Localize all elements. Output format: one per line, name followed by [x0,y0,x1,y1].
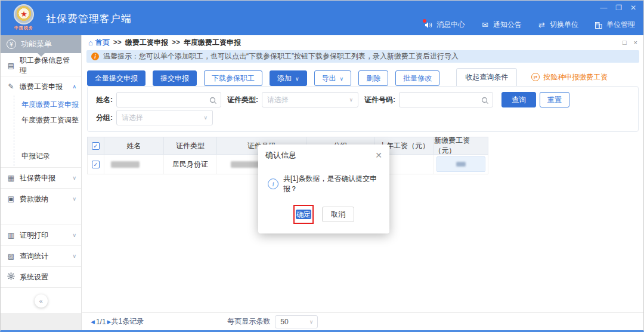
download-insured-button[interactable]: 下载参保职工 [204,70,262,86]
confirm-ok-button[interactable]: 确定 [296,210,311,219]
nav-announcements[interactable]: ✉ 通知公告 [481,20,522,30]
sidebar-item-insured-info[interactable]: ▤ 职工参保信息管理 [1,57,81,75]
select-all-checkbox[interactable]: ✓ [92,142,100,150]
nav-unit-management[interactable]: 单位管理 [594,20,635,30]
national-emblem-icon: ★ [14,4,34,24]
delete-button[interactable]: 删除 [358,70,388,86]
id-card-icon: ▤ [7,62,16,70]
confirm-dialog: 确认信息 ✕ i 共[1]条数据，是否确认提交申报？ 确定 取消 [258,145,389,233]
chevron-up-icon: ∧ [72,84,76,90]
sidebar-subitem-declare-records[interactable]: 申报记录 [14,148,81,164]
titlebar: ★ 中国税务 社保费管理客户端 — ❐ ✕ 消息中心 ✉ 通知公告 ⇄ 切 [1,1,643,35]
breadcrumb-item: 年度缴费工资申报 [184,38,241,48]
home-icon: ⌂ [88,39,93,47]
sidebar-subitem-annual-salary-declare[interactable]: 年度缴费工资申报 [14,97,81,112]
cert-type-select[interactable]: 请选择 ∨ [262,92,358,107]
reset-button[interactable]: 重置 [540,92,569,107]
sidebar-item-query-stats[interactable]: ▨ 查询统计 ∨ [1,247,81,265]
select-placeholder: 请选择 [122,113,143,123]
nav-switch-unit[interactable]: ⇄ 切换单位 [537,20,578,30]
panel-restore-button[interactable]: □ [623,39,627,46]
breadcrumb-item: 缴费工资申报 [125,38,168,48]
export-dropdown-button[interactable]: 导出∨ [314,70,352,86]
tax-emblem-logo: ★ 中国税务 [10,4,38,32]
info-circle-icon: i [268,179,278,189]
sidebar-subitem-label: 申报记录 [21,151,50,161]
minimize-button[interactable]: — [600,4,607,12]
filter-row-2: 分组: 请选择 ∨ [94,109,632,127]
cert-no-input[interactable] [400,93,493,107]
sidebar-item-label: 查询统计 [20,251,48,262]
nav-message-center[interactable]: 消息中心 [424,20,465,30]
redacted-item [1,208,81,223]
sidebar-subitem-annual-salary-adjust[interactable]: 年度缴费工资调整 [14,112,81,128]
dialog-footer: 确定 取消 [258,200,389,233]
sidebar: ¥ 功能菜单 ▤ 职工参保信息管理 ✎ 缴费工资申报 ∧ 年度缴费工资申报 年度… [1,35,82,330]
chevron-down-icon: ∨ [295,76,299,82]
sidebar-header-label: 功能菜单 [21,39,52,50]
gear-icon [7,272,16,282]
sidebar-item-label: 费款缴纳 [20,194,48,204]
per-page-select[interactable]: 50 ∨ [275,315,318,328]
next-page-icon[interactable]: ▶ [107,319,112,325]
sidebar-item-social-fee-declare[interactable]: ▦ 社保费申报 ∨ [1,169,81,187]
dialog-body: i 共[1]条数据，是否确认提交申报？ [258,164,389,200]
group-select[interactable]: 请选择 ∨ [116,110,213,125]
breadcrumb-home[interactable]: ⌂ 首页 [88,38,110,48]
calendar-icon: ▦ [7,174,16,182]
sidebar-item-label: 职工参保信息管理 [20,56,76,76]
divider [1,225,81,225]
divider [1,167,81,168]
name-input[interactable] [117,93,221,107]
batch-edit-button[interactable]: 批量修改 [395,70,439,86]
sidebar-item-cert-print[interactable]: ▥ 证明打印 ∨ [1,226,81,244]
chevron-down-icon: ∨ [340,76,344,82]
collapse-query-tab[interactable]: 收起查询条件 [456,68,517,86]
cert-no-input-wrap [399,92,493,107]
sidebar-item-system-settings[interactable]: 系统设置 [1,268,81,286]
sidebar-item-label: 社保费申报 [20,173,55,183]
new-salary-input[interactable] [436,156,485,172]
sidebar-collapse-row: « [1,289,81,313]
add-dropdown-button[interactable]: 添加∨ [270,70,307,86]
titlebar-nav: 消息中心 ✉ 通知公告 ⇄ 切换单位 单位管理 [424,20,635,30]
group-label: 分组: [96,113,113,123]
sidebar-item-fee-payment[interactable]: ▣ 费款缴纳 ∨ [1,190,81,208]
submit-button[interactable]: 提交申报 [153,70,197,86]
page-indicator: 1/1 [96,318,106,326]
tip-bar: i 温馨提示：您可以单个添加职工，也可以点击“下载参保职工”按钮下载参保职工列表… [86,50,639,63]
dialog-close-icon[interactable]: ✕ [375,151,382,159]
panel-close-button[interactable]: × [634,39,637,46]
search-icon[interactable] [481,96,489,107]
query-button[interactable]: 查询 [501,92,536,107]
sidebar-item-salary-declare[interactable]: ✎ 缴费工资申报 ∧ [1,78,81,96]
bar-chart-icon: ▨ [7,252,16,260]
sidebar-item-label: 证明打印 [20,230,48,241]
per-page-value: 50 [280,318,288,326]
notification-dot [423,19,426,23]
bookmark-icon: ▣ [7,195,16,203]
nav-label: 通知公告 [493,20,522,30]
select-placeholder: 请选择 [267,95,289,105]
nav-label: 切换单位 [550,20,578,30]
row-checkbox[interactable]: ✓ [92,161,100,168]
submit-all-button[interactable]: 全量提交申报 [87,70,145,86]
cancel-button[interactable]: 取消 [322,207,354,222]
declare-by-insurance-link[interactable]: ⇄ 按险种申报缴费工资 [531,68,608,86]
search-icon[interactable] [209,96,217,107]
app-title: 社保费管理客户端 [46,12,132,26]
column-header-name: 姓名 [104,137,164,154]
collapse-sidebar-button[interactable]: « [35,294,48,308]
logo-caption: 中国税务 [10,25,38,31]
sidebar-subitem-label: 年度缴费工资申报 [21,100,79,110]
chevron-down-icon: ∨ [72,232,76,238]
close-button[interactable]: ✕ [630,4,636,12]
sidebar-submenu: 年度缴费工资申报 年度缴费工资调整 申报记录 [14,96,81,166]
restore-button[interactable]: ❐ [615,4,622,12]
toolbar: 全量提交申报 提交申报 下载参保职工 添加∨ 导出∨ 删除 批量修改 收起查询条… [82,63,643,86]
window-controls: — ❐ ✕ [600,4,636,12]
prev-page-icon[interactable]: ◀ [91,319,95,325]
column-header-new-salary: 新缴费工资（元） [434,137,488,154]
divider [1,76,81,76]
chevron-down-icon: ∨ [309,319,314,325]
